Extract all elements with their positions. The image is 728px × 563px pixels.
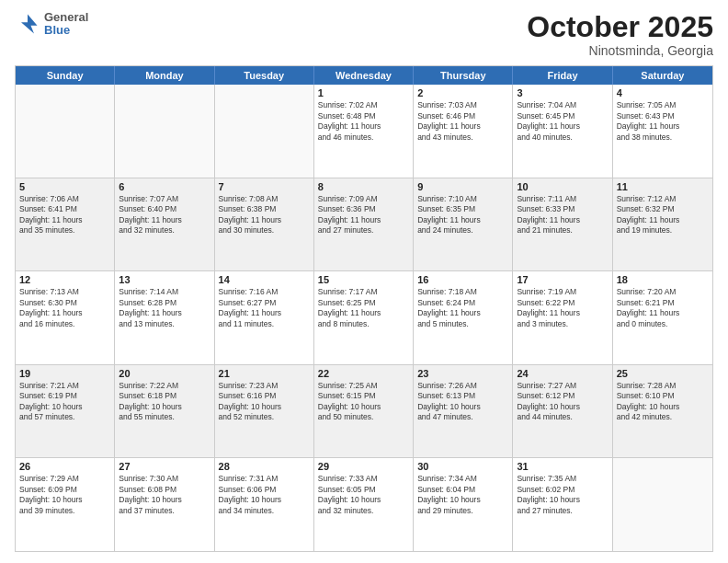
calendar: SundayMondayTuesdayWednesdayThursdayFrid… — [15, 65, 713, 552]
day-info: Sunrise: 7:16 AM Sunset: 6:27 PM Dayligh… — [219, 287, 310, 329]
calendar-cell: 31Sunrise: 7:35 AM Sunset: 6:02 PM Dayli… — [513, 458, 612, 551]
calendar-cell: 17Sunrise: 7:19 AM Sunset: 6:22 PM Dayli… — [513, 271, 612, 364]
day-number: 1 — [318, 87, 409, 98]
calendar-header: SundayMondayTuesdayWednesdayThursdayFrid… — [16, 66, 712, 85]
header: General Blue October 2025 Ninotsminda, G… — [15, 11, 713, 58]
day-number: 27 — [119, 461, 210, 472]
day-info: Sunrise: 7:10 AM Sunset: 6:35 PM Dayligh… — [417, 194, 508, 236]
day-info: Sunrise: 7:20 AM Sunset: 6:21 PM Dayligh… — [617, 287, 709, 329]
weekday-header: Thursday — [414, 66, 513, 85]
calendar-cell — [613, 458, 712, 551]
day-number: 24 — [517, 368, 608, 379]
day-info: Sunrise: 7:04 AM Sunset: 6:45 PM Dayligh… — [517, 100, 608, 143]
day-info: Sunrise: 7:08 AM Sunset: 6:38 PM Dayligh… — [219, 194, 310, 236]
weekday-header: Friday — [513, 66, 612, 85]
day-info: Sunrise: 7:05 AM Sunset: 6:43 PM Dayligh… — [617, 100, 709, 143]
weekday-header: Tuesday — [215, 66, 314, 85]
calendar-cell: 6Sunrise: 7:07 AM Sunset: 6:40 PM Daylig… — [115, 178, 214, 271]
calendar-cell: 3Sunrise: 7:04 AM Sunset: 6:45 PM Daylig… — [513, 85, 612, 178]
calendar-row: 26Sunrise: 7:29 AM Sunset: 6:09 PM Dayli… — [16, 457, 712, 551]
day-number: 31 — [517, 461, 608, 472]
calendar-cell: 21Sunrise: 7:23 AM Sunset: 6:16 PM Dayli… — [215, 365, 314, 458]
calendar-cell: 12Sunrise: 7:13 AM Sunset: 6:30 PM Dayli… — [16, 271, 115, 364]
calendar-row: 5Sunrise: 7:06 AM Sunset: 6:41 PM Daylig… — [16, 178, 712, 271]
svg-marker-0 — [21, 15, 38, 34]
day-number: 2 — [417, 87, 508, 98]
calendar-cell: 7Sunrise: 7:08 AM Sunset: 6:38 PM Daylig… — [215, 178, 314, 271]
day-info: Sunrise: 7:31 AM Sunset: 6:06 PM Dayligh… — [219, 474, 310, 516]
calendar-cell: 20Sunrise: 7:22 AM Sunset: 6:18 PM Dayli… — [115, 365, 214, 458]
calendar-cell: 18Sunrise: 7:20 AM Sunset: 6:21 PM Dayli… — [613, 271, 712, 364]
day-info: Sunrise: 7:06 AM Sunset: 6:41 PM Dayligh… — [19, 194, 110, 236]
day-number: 8 — [318, 181, 409, 192]
day-number: 3 — [517, 87, 608, 98]
calendar-cell — [115, 85, 214, 178]
calendar-cell: 30Sunrise: 7:34 AM Sunset: 6:04 PM Dayli… — [414, 458, 513, 551]
day-info: Sunrise: 7:07 AM Sunset: 6:40 PM Dayligh… — [119, 194, 210, 236]
day-info: Sunrise: 7:29 AM Sunset: 6:09 PM Dayligh… — [19, 474, 110, 516]
day-number: 7 — [219, 181, 310, 192]
weekday-header: Wednesday — [314, 66, 414, 85]
day-info: Sunrise: 7:13 AM Sunset: 6:30 PM Dayligh… — [19, 287, 110, 329]
day-number: 14 — [219, 274, 310, 285]
day-number: 12 — [19, 274, 110, 285]
calendar-cell: 16Sunrise: 7:18 AM Sunset: 6:24 PM Dayli… — [414, 271, 513, 364]
day-number: 5 — [19, 181, 110, 192]
title-month: October 2025 — [527, 11, 713, 43]
weekday-header: Saturday — [613, 66, 712, 85]
logo-blue: Blue — [44, 24, 88, 37]
calendar-cell: 2Sunrise: 7:03 AM Sunset: 6:46 PM Daylig… — [414, 85, 513, 178]
day-number: 6 — [119, 181, 210, 192]
calendar-row: 12Sunrise: 7:13 AM Sunset: 6:30 PM Dayli… — [16, 270, 712, 364]
day-info: Sunrise: 7:23 AM Sunset: 6:16 PM Dayligh… — [219, 381, 310, 423]
day-info: Sunrise: 7:19 AM Sunset: 6:22 PM Dayligh… — [517, 287, 608, 329]
day-number: 25 — [617, 368, 709, 379]
calendar-cell: 13Sunrise: 7:14 AM Sunset: 6:28 PM Dayli… — [115, 271, 214, 364]
day-number: 4 — [617, 87, 709, 98]
day-info: Sunrise: 7:11 AM Sunset: 6:33 PM Dayligh… — [517, 194, 608, 236]
page: General Blue October 2025 Ninotsminda, G… — [0, 0, 728, 563]
day-info: Sunrise: 7:34 AM Sunset: 6:04 PM Dayligh… — [417, 474, 508, 516]
day-number: 26 — [19, 461, 110, 472]
day-info: Sunrise: 7:35 AM Sunset: 6:02 PM Dayligh… — [517, 474, 608, 516]
day-number: 21 — [219, 368, 310, 379]
calendar-cell: 4Sunrise: 7:05 AM Sunset: 6:43 PM Daylig… — [613, 85, 712, 178]
calendar-cell: 23Sunrise: 7:26 AM Sunset: 6:13 PM Dayli… — [414, 365, 513, 458]
calendar-cell: 26Sunrise: 7:29 AM Sunset: 6:09 PM Dayli… — [16, 458, 115, 551]
logo-icon — [15, 11, 40, 37]
day-info: Sunrise: 7:17 AM Sunset: 6:25 PM Dayligh… — [318, 287, 409, 329]
calendar-cell: 15Sunrise: 7:17 AM Sunset: 6:25 PM Dayli… — [314, 271, 414, 364]
day-info: Sunrise: 7:25 AM Sunset: 6:15 PM Dayligh… — [318, 381, 409, 423]
calendar-cell: 14Sunrise: 7:16 AM Sunset: 6:27 PM Dayli… — [215, 271, 314, 364]
day-info: Sunrise: 7:02 AM Sunset: 6:48 PM Dayligh… — [318, 100, 409, 143]
day-info: Sunrise: 7:22 AM Sunset: 6:18 PM Dayligh… — [119, 381, 210, 423]
calendar-row: 1Sunrise: 7:02 AM Sunset: 6:48 PM Daylig… — [16, 85, 712, 178]
calendar-cell: 11Sunrise: 7:12 AM Sunset: 6:32 PM Dayli… — [613, 178, 712, 271]
day-info: Sunrise: 7:03 AM Sunset: 6:46 PM Dayligh… — [417, 100, 508, 143]
day-number: 28 — [219, 461, 310, 472]
day-number: 13 — [119, 274, 210, 285]
day-number: 19 — [19, 368, 110, 379]
day-number: 30 — [417, 461, 508, 472]
calendar-body: 1Sunrise: 7:02 AM Sunset: 6:48 PM Daylig… — [16, 85, 712, 551]
calendar-row: 19Sunrise: 7:21 AM Sunset: 6:19 PM Dayli… — [16, 364, 712, 458]
calendar-cell: 28Sunrise: 7:31 AM Sunset: 6:06 PM Dayli… — [215, 458, 314, 551]
day-number: 16 — [417, 274, 508, 285]
day-info: Sunrise: 7:30 AM Sunset: 6:08 PM Dayligh… — [119, 474, 210, 516]
calendar-cell: 19Sunrise: 7:21 AM Sunset: 6:19 PM Dayli… — [16, 365, 115, 458]
weekday-header: Monday — [115, 66, 214, 85]
day-number: 29 — [318, 461, 409, 472]
calendar-cell: 5Sunrise: 7:06 AM Sunset: 6:41 PM Daylig… — [16, 178, 115, 271]
day-info: Sunrise: 7:21 AM Sunset: 6:19 PM Dayligh… — [19, 381, 110, 423]
calendar-cell: 10Sunrise: 7:11 AM Sunset: 6:33 PM Dayli… — [513, 178, 612, 271]
day-info: Sunrise: 7:14 AM Sunset: 6:28 PM Dayligh… — [119, 287, 210, 329]
calendar-cell: 25Sunrise: 7:28 AM Sunset: 6:10 PM Dayli… — [613, 365, 712, 458]
weekday-header: Sunday — [16, 66, 115, 85]
day-info: Sunrise: 7:09 AM Sunset: 6:36 PM Dayligh… — [318, 194, 409, 236]
title-block: October 2025 Ninotsminda, Georgia — [527, 11, 713, 58]
day-info: Sunrise: 7:26 AM Sunset: 6:13 PM Dayligh… — [417, 381, 508, 423]
day-info: Sunrise: 7:27 AM Sunset: 6:12 PM Dayligh… — [517, 381, 608, 423]
day-number: 10 — [517, 181, 608, 192]
calendar-cell — [215, 85, 314, 178]
calendar-cell: 9Sunrise: 7:10 AM Sunset: 6:35 PM Daylig… — [414, 178, 513, 271]
